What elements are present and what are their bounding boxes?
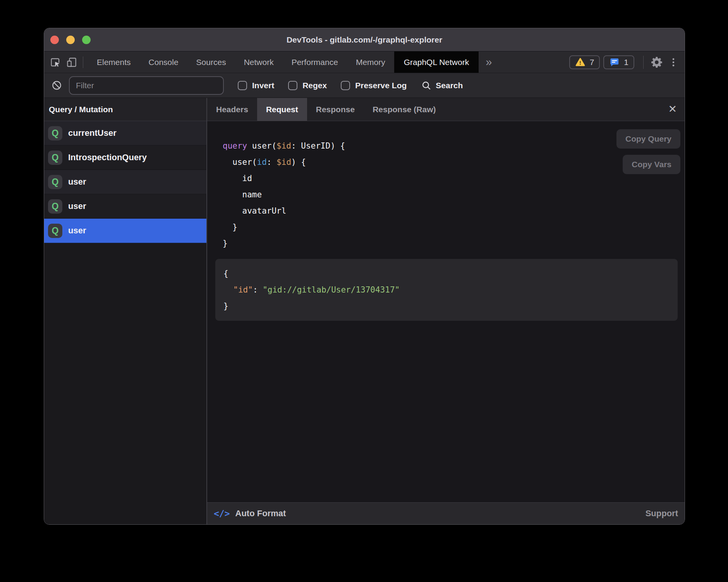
code-line: "id": "gid://gitlab/User/13704317": [223, 282, 678, 298]
code-line: }: [223, 219, 685, 235]
code-line: }: [223, 235, 685, 252]
code-token: :: [267, 157, 276, 167]
code-line: name: [223, 187, 685, 203]
settings-gear-icon[interactable]: [649, 51, 665, 73]
support-link[interactable]: Support: [646, 508, 678, 519]
checkbox-label-preserve-log: Preserve Log: [355, 81, 407, 90]
messages-count: 1: [624, 58, 628, 67]
code-token: $id: [276, 141, 291, 151]
toolbar-spacer: [499, 51, 569, 73]
query-list-item[interactable]: Quser: [44, 194, 206, 219]
search-label: Search: [436, 81, 463, 90]
main-tab-graphql-network[interactable]: GraphQL Network: [394, 51, 479, 73]
window-title: DevTools - gitlab.com/-/graphql-explorer: [287, 35, 442, 45]
query-sidebar: Query / Mutation QcurrentUserQIntrospect…: [44, 98, 207, 524]
code-token: "gid://gitlab/User/13704317": [263, 285, 400, 294]
checkbox-invert[interactable]: [238, 81, 247, 90]
main-tab-console[interactable]: Console: [140, 51, 187, 73]
code-token: id: [223, 174, 252, 183]
checkbox-regex[interactable]: [288, 81, 297, 90]
variables-box: { "id": "gid://gitlab/User/13704317"}: [215, 259, 678, 321]
detail-tab-request[interactable]: Request: [257, 98, 307, 121]
toolbar-divider: [643, 56, 644, 69]
more-tabs-icon[interactable]: »: [479, 51, 499, 73]
clear-filter-icon[interactable]: [50, 73, 64, 98]
close-icon[interactable]: ✕: [668, 104, 677, 115]
search-icon: [421, 80, 431, 91]
query-list: QcurrentUserQIntrospectionQueryQuserQuse…: [44, 121, 206, 243]
checkbox-preserve-log[interactable]: [341, 81, 350, 90]
main-tab-network[interactable]: Network: [235, 51, 283, 73]
detail-tab-headers[interactable]: Headers: [207, 98, 257, 121]
main-tab-memory[interactable]: Memory: [347, 51, 394, 73]
detail-tab-response-raw[interactable]: Response (Raw): [364, 98, 445, 121]
close-window-button[interactable]: [50, 36, 59, 44]
panel-footer: </> Auto Format Support: [207, 502, 685, 524]
filter-toggle-invert[interactable]: Invert: [238, 81, 274, 90]
content-split: Query / Mutation QcurrentUserQIntrospect…: [44, 98, 685, 524]
search-button[interactable]: Search: [421, 80, 463, 91]
device-toolbar-icon[interactable]: [64, 51, 80, 73]
auto-format-label: Auto Format: [235, 508, 286, 519]
code-token: query: [223, 141, 247, 151]
checkbox-label-invert: Invert: [252, 81, 274, 90]
code-token: avatarUrl: [223, 206, 286, 216]
main-toolbar: ElementsConsoleSourcesNetworkPerformance…: [44, 51, 685, 73]
query-type-badge: Q: [48, 175, 62, 189]
filter-toggle-regex[interactable]: Regex: [288, 81, 327, 90]
minimize-window-button[interactable]: [66, 36, 75, 44]
detail-tab-response[interactable]: Response: [307, 98, 364, 121]
chat-bubble-icon: [609, 57, 620, 67]
query-list-item[interactable]: QcurrentUser: [44, 121, 206, 146]
code-token: : UserID) {: [291, 141, 345, 151]
filter-toggles: InvertRegexPreserve Log: [224, 81, 407, 90]
main-tab-elements[interactable]: Elements: [88, 51, 140, 73]
filter-bar: InvertRegexPreserve Log Search: [44, 73, 685, 98]
zoom-window-button[interactable]: [82, 36, 91, 44]
filter-toggle-preserve-log[interactable]: Preserve Log: [341, 81, 407, 90]
code-token: user(: [223, 157, 257, 167]
code-token: $id: [276, 157, 291, 167]
query-list-item[interactable]: Quser: [44, 219, 206, 243]
detail-tabs: HeadersRequestResponseResponse (Raw): [207, 98, 445, 121]
checkbox-label-regex: Regex: [302, 81, 327, 90]
request-content: query user($id: UserID) { user(id: $id) …: [207, 121, 685, 502]
query-name: currentUser: [68, 128, 117, 138]
main-tab-sources[interactable]: Sources: [187, 51, 235, 73]
main-tab-performance[interactable]: Performance: [283, 51, 347, 73]
query-list-item[interactable]: QIntrospectionQuery: [44, 146, 206, 170]
titlebar: DevTools - gitlab.com/-/graphql-explorer: [44, 28, 685, 51]
code-token: {: [223, 269, 228, 278]
main-tabs: ElementsConsoleSourcesNetworkPerformance…: [88, 51, 479, 73]
code-token: }: [223, 223, 237, 232]
warning-triangle-icon: [575, 57, 585, 67]
warnings-count: 7: [590, 58, 594, 67]
inspect-element-icon[interactable]: [47, 51, 64, 73]
query-type-badge: Q: [48, 224, 62, 238]
query-type-badge: Q: [48, 151, 62, 165]
code-token: ) {: [291, 157, 306, 167]
code-token: :: [253, 285, 263, 294]
code-token: name: [223, 190, 262, 199]
query-list-item[interactable]: Quser: [44, 170, 206, 194]
code-line: id: [223, 170, 685, 187]
query-name: user: [68, 226, 86, 236]
toolbar-divider: [83, 56, 83, 68]
filter-input[interactable]: [69, 76, 224, 95]
three-dot-menu-icon[interactable]: [665, 51, 682, 73]
query-name: user: [68, 177, 86, 187]
graphql-query-code: query user($id: UserID) { user(id: $id) …: [207, 138, 685, 252]
copy-vars-button[interactable]: Copy Vars: [623, 155, 680, 174]
devtools-window: DevTools - gitlab.com/-/graphql-explorer…: [44, 28, 685, 525]
messages-badge[interactable]: 1: [603, 55, 634, 69]
variables-code: { "id": "gid://gitlab/User/13704317"}: [215, 265, 678, 314]
copy-query-button[interactable]: Copy Query: [616, 129, 680, 149]
code-token: "id": [233, 285, 253, 294]
warnings-badge[interactable]: 7: [569, 55, 600, 69]
sidebar-header: Query / Mutation: [44, 98, 206, 121]
auto-format-button[interactable]: </> Auto Format: [214, 508, 286, 519]
query-type-badge: Q: [48, 199, 62, 214]
code-line: {: [223, 265, 678, 282]
code-token: id: [257, 157, 267, 167]
code-line: query user($id: UserID) {: [223, 138, 685, 154]
